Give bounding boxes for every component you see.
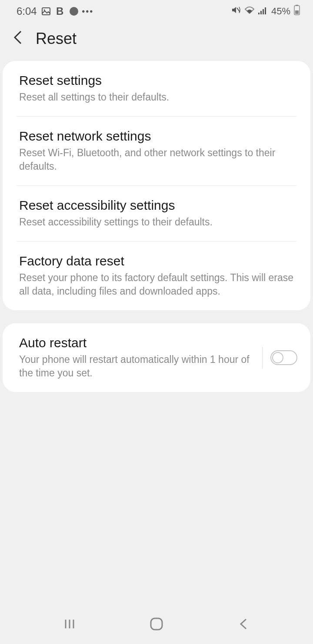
vertical-divider (262, 347, 263, 369)
factory-data-reset-item[interactable]: Factory data reset Reset your phone to i… (3, 242, 310, 310)
toggle-knob (272, 352, 283, 363)
auto-restart-card: Auto restart Your phone will restart aut… (3, 323, 310, 392)
svg-rect-7 (265, 7, 266, 14)
status-bar: 6:04 B ••• 45% (0, 0, 313, 19)
reset-network-settings-item[interactable]: Reset network settings Reset Wi-Fi, Blue… (3, 117, 310, 185)
navigation-bar (0, 609, 313, 644)
svg-rect-4 (258, 13, 260, 14)
item-desc: Reset your phone to its factory default … (19, 271, 294, 298)
more-icon: ••• (83, 7, 93, 16)
item-desc: Reset accessibility settings to their de… (19, 215, 294, 229)
item-desc: Your phone will restart automatically wi… (19, 353, 250, 380)
status-left: 6:04 B ••• (17, 5, 93, 17)
page-title: Reset (36, 30, 77, 48)
image-icon (41, 7, 51, 16)
item-title: Factory data reset (19, 254, 294, 268)
reset-settings-item[interactable]: Reset settings Reset all settings to the… (3, 61, 310, 116)
signal-icon (258, 6, 268, 17)
circle-icon (69, 7, 79, 16)
battery-text: 45% (271, 6, 290, 17)
svg-rect-5 (260, 11, 262, 14)
item-title: Reset accessibility settings (19, 198, 294, 213)
battery-icon (294, 5, 300, 18)
home-button[interactable] (148, 615, 165, 633)
svg-rect-6 (263, 9, 264, 14)
status-right: 45% (231, 5, 300, 18)
reset-accessibility-settings-item[interactable]: Reset accessibility settings Reset acces… (3, 186, 310, 241)
page-header: Reset (0, 19, 313, 61)
item-desc: Reset Wi-Fi, Bluetooth, and other networ… (19, 146, 294, 173)
svg-point-2 (70, 7, 78, 16)
back-nav-button[interactable] (235, 615, 252, 633)
status-time: 6:04 (17, 5, 37, 17)
svg-rect-10 (295, 10, 299, 14)
reset-options-card: Reset settings Reset all settings to the… (3, 61, 310, 310)
item-title: Reset settings (19, 73, 294, 88)
auto-restart-item[interactable]: Auto restart Your phone will restart aut… (3, 323, 310, 392)
wifi-icon (244, 6, 255, 17)
mute-icon (231, 6, 241, 17)
recents-button[interactable] (61, 615, 78, 633)
back-button[interactable] (13, 30, 23, 48)
svg-rect-14 (151, 618, 162, 630)
auto-restart-toggle[interactable] (270, 350, 297, 365)
bold-b-icon: B (55, 7, 65, 16)
item-title: Auto restart (19, 335, 250, 350)
item-desc: Reset all settings to their defaults. (19, 91, 294, 104)
svg-rect-0 (42, 8, 50, 15)
item-title: Reset network settings (19, 129, 294, 144)
